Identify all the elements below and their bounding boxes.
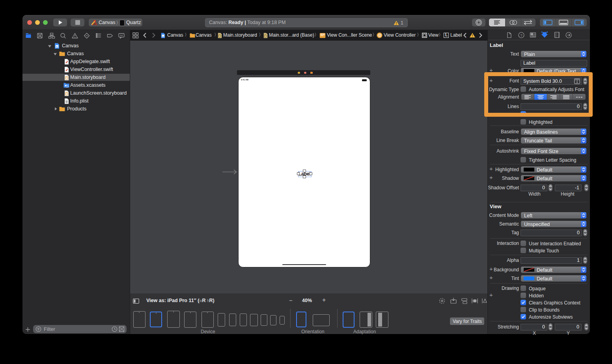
svg-text:?: ? (520, 34, 522, 37)
